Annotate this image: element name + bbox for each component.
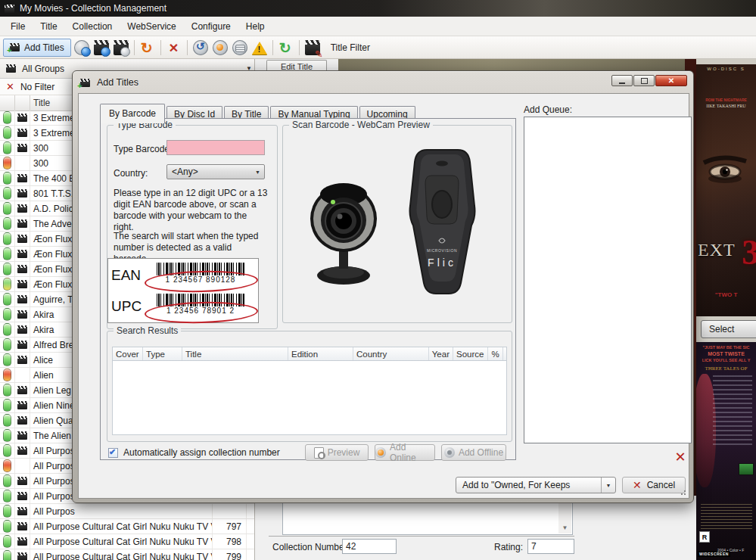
upc-label: UPC: [111, 298, 145, 315]
collection-number-label: Collection Number:: [272, 542, 350, 552]
movie-icon: [17, 204, 27, 213]
number-cell: [213, 504, 247, 518]
results-header: CoverTypeTitleEditionCountryYearSource%: [112, 347, 507, 361]
type-column-header[interactable]: [15, 95, 30, 110]
status-pill: [3, 535, 11, 548]
column-edition[interactable]: Edition: [288, 347, 353, 360]
status-cell: [0, 443, 15, 458]
back-quote-1: "JUST MAY BE THE SIC: [696, 345, 756, 350]
refresh-green-button[interactable]: [277, 39, 295, 57]
cancel-button[interactable]: ✕ Cancel: [622, 477, 686, 493]
warning-button[interactable]: [250, 39, 269, 57]
country-select[interactable]: <Any> ▼: [166, 164, 265, 179]
clapper-edit-button[interactable]: [303, 39, 322, 57]
type-cell: [15, 353, 30, 367]
column-cover[interactable]: Cover: [113, 347, 143, 360]
add-offline-button[interactable]: Add Offline: [441, 444, 506, 461]
collection-number-input[interactable]: 42: [342, 539, 397, 554]
disc-stack-button[interactable]: [231, 39, 249, 57]
movie-icon: [17, 189, 27, 198]
close-icon: ✕: [668, 76, 674, 85]
column-country[interactable]: Country: [353, 347, 429, 360]
status-pill: [3, 142, 11, 154]
flic-brand-text: MICROVISION: [427, 248, 457, 253]
status-cell: [0, 322, 15, 337]
menu-webservice[interactable]: WebService: [120, 18, 183, 35]
status-pill: [3, 474, 11, 487]
add-queue-label: Add Queue:: [524, 104, 572, 115]
chevron-down-icon[interactable]: ▼: [601, 478, 615, 493]
disc-globe-icon: [74, 40, 89, 55]
resize-grip[interactable]: [679, 488, 686, 496]
clapper-globe-button[interactable]: [92, 39, 110, 57]
column-title[interactable]: Title: [182, 347, 288, 360]
title-cell: All Purpose Cultural Cat Girl Nuku Nuku …: [30, 519, 213, 534]
disc-arrow-button[interactable]: [191, 39, 210, 57]
column-source[interactable]: Source: [453, 347, 488, 360]
status-cell: [0, 171, 15, 185]
upc-barcode: 1 23456 78901 2: [148, 293, 254, 320]
type-barcode-group: Type Barcode Type Barcode: Country: <Any…: [107, 125, 278, 329]
delete-button[interactable]: [165, 39, 183, 57]
add-queue-list[interactable]: [524, 117, 692, 443]
column-year[interactable]: Year: [429, 347, 453, 360]
refresh-orange-button[interactable]: [138, 39, 157, 57]
status-cell: [0, 126, 15, 140]
preview-button[interactable]: Preview: [305, 444, 369, 461]
menu-configure[interactable]: Configure: [184, 18, 238, 35]
barcode-input[interactable]: [166, 140, 265, 155]
select-strip: Select: [696, 316, 756, 342]
type-cell: [15, 307, 30, 322]
clapper-disc-button[interactable]: [112, 39, 130, 57]
type-cell: [15, 201, 30, 216]
list-item[interactable]: All Purpose Cultural Cat Girl Nuku Nuku …: [0, 534, 255, 549]
status-cell: [0, 398, 15, 412]
maximize-button[interactable]: [633, 75, 655, 86]
close-button[interactable]: ✕: [655, 75, 687, 86]
select-button[interactable]: Select: [701, 320, 756, 338]
back-thumbnail: [739, 463, 754, 475]
status-cell: [0, 504, 15, 518]
status-cell: [0, 262, 15, 276]
list-item[interactable]: All Purpose Cultural Cat Girl Nuku Nuku …: [0, 519, 255, 534]
remove-from-queue-button[interactable]: ✕: [670, 448, 690, 465]
back-credits-text: [701, 504, 752, 531]
add-titles-button[interactable]: Add Titles: [3, 39, 71, 57]
back-quote-2: MOST TWISTE: [696, 351, 756, 356]
movie-icon: [17, 265, 27, 273]
column-[interactable]: %: [488, 347, 503, 360]
rating-input[interactable]: 7: [527, 539, 574, 554]
select-label: Select: [709, 324, 734, 334]
tab-by-barcode[interactable]: By Barcode: [100, 104, 165, 123]
scroll-down-arrow[interactable]: ▼: [558, 522, 571, 534]
menu-title[interactable]: Title: [33, 18, 64, 35]
auto-assign-checkbox[interactable]: [108, 448, 118, 458]
cover-banner-text: WO-DISC S: [696, 67, 756, 71]
menu-collection[interactable]: Collection: [65, 18, 120, 35]
column-type[interactable]: Type: [143, 347, 182, 360]
delete-icon: [166, 40, 182, 55]
barcode-sample-image: EAN 1 234567 890128 UPC 1 23456: [107, 258, 259, 323]
movie-icon: [17, 446, 27, 455]
list-item[interactable]: All Purpos: [0, 504, 255, 519]
disc-globe-button[interactable]: [73, 39, 91, 57]
rating-value: 7: [531, 541, 537, 552]
status-pill: [3, 429, 11, 442]
menu-help[interactable]: Help: [238, 18, 272, 35]
toolbar-separator: [160, 40, 161, 55]
minimize-button[interactable]: [611, 75, 633, 86]
clapper-disc-icon: [114, 40, 129, 55]
results-list[interactable]: [112, 361, 507, 435]
status-cell: [0, 156, 15, 170]
status-pill: [3, 247, 11, 260]
list-item[interactable]: All Purpose Cultural Cat Girl Nuku Nuku …: [0, 549, 255, 560]
movie-icon: [17, 129, 27, 137]
add-online-button[interactable]: Add Online: [375, 444, 435, 461]
status-pill: [3, 550, 11, 560]
status-column-header[interactable]: [0, 95, 15, 110]
refresh-green-icon: [278, 40, 294, 55]
disc-user-button[interactable]: [211, 39, 229, 57]
dialog-title-bar[interactable]: Add Titles: [80, 77, 138, 88]
menu-file[interactable]: File: [3, 18, 33, 35]
add-to-collection-button[interactable]: Add to "Owned, For Keeps ▼: [456, 477, 616, 493]
